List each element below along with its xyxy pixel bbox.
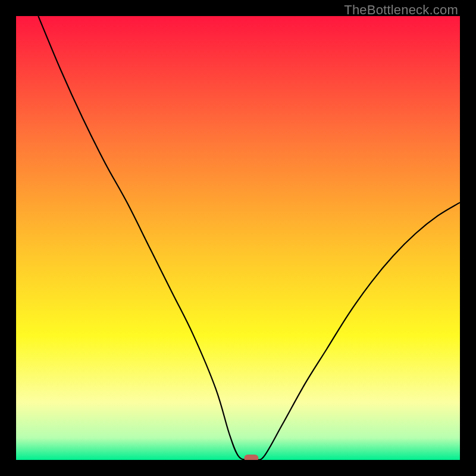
chart-plot-area (16, 16, 460, 460)
chart-background (16, 16, 460, 460)
chart-svg (16, 16, 460, 460)
chart-frame: TheBottleneck.com (0, 0, 476, 476)
chart-marker (244, 455, 258, 460)
